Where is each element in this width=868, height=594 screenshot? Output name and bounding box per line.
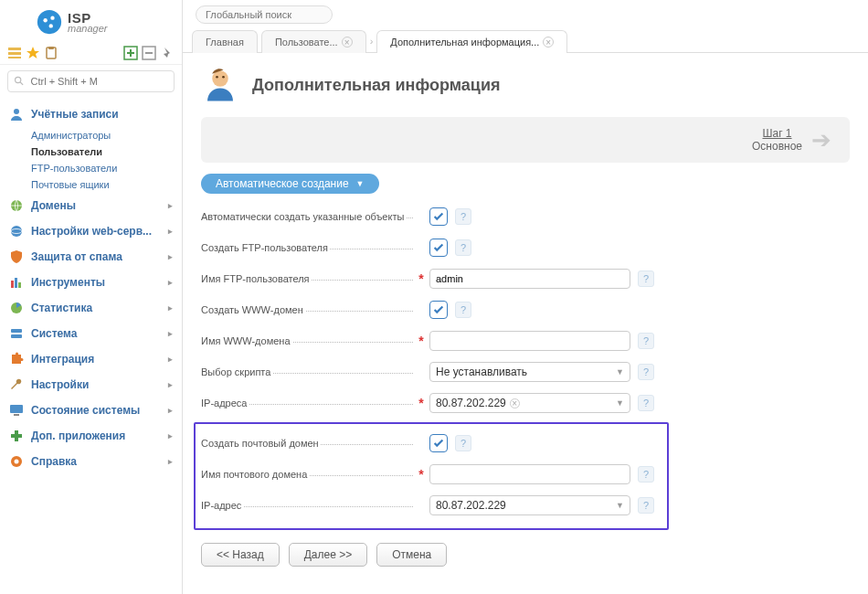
nav-label: Система: [31, 327, 78, 340]
row-auto-create: Автоматически создать указанные объекты …: [201, 205, 850, 228]
list-icon[interactable]: [7, 46, 22, 60]
help-icon[interactable]: ?: [638, 395, 654, 411]
input-ftp-name[interactable]: [429, 269, 630, 289]
pin-icon[interactable]: [160, 46, 175, 60]
help-icon[interactable]: ?: [455, 208, 471, 225]
next-button[interactable]: Далее >>: [289, 543, 368, 567]
help-icon[interactable]: ?: [638, 497, 654, 514]
svg-point-15: [11, 226, 22, 237]
nav-sub-mail[interactable]: Почтовые ящики: [0, 176, 182, 193]
nav-sub-users[interactable]: Пользователи: [0, 143, 182, 160]
nav-label: Учётные записи: [31, 108, 119, 121]
close-icon[interactable]: ×: [543, 37, 554, 48]
global-search-input[interactable]: [196, 5, 333, 24]
checkbox-create-ftp[interactable]: [429, 239, 448, 257]
section-title: Автоматическое создание: [216, 177, 349, 190]
nav-sub-ftp[interactable]: FTP-пользователи: [0, 160, 182, 176]
nav-sub-admins[interactable]: Администраторы: [0, 127, 182, 143]
pie-icon: [9, 301, 24, 315]
arrow-right-icon[interactable]: ➔: [811, 126, 831, 154]
svg-marker-7: [26, 47, 39, 58]
svg-point-3: [49, 24, 53, 27]
nav-tools[interactable]: Инструменты▸: [0, 270, 182, 295]
minus-icon[interactable]: [142, 46, 156, 60]
svg-rect-9: [48, 47, 54, 49]
clipboard-icon[interactable]: [44, 46, 58, 60]
select-script[interactable]: Не устанавливать ▼: [429, 362, 630, 382]
logo-icon: [37, 9, 62, 35]
sidebar-toolbar: [0, 42, 182, 65]
select-ip[interactable]: 80.87.202.229× ▼: [429, 393, 630, 413]
cancel-button[interactable]: Отмена: [376, 543, 447, 567]
nav-label: Справка: [31, 455, 77, 468]
tab-label: Дополнительная информация...: [390, 37, 539, 48]
content: Дополнительная информация Шаг 1 Основное…: [183, 53, 868, 579]
checkbox-create-mail[interactable]: [429, 434, 448, 452]
input-www-name[interactable]: [429, 331, 630, 351]
user-avatar-icon: [201, 66, 239, 104]
nav-label: Интеграция: [31, 353, 94, 366]
nav-accounts[interactable]: Учётные записи: [0, 101, 182, 127]
nav-help[interactable]: Справка▸: [0, 449, 182, 474]
plus-icon[interactable]: [123, 46, 138, 60]
tab-label: Пользовате...: [275, 37, 338, 48]
nav-label: Доп. приложения: [31, 430, 125, 442]
select-value: 80.87.202.229: [436, 499, 506, 512]
nav-integration[interactable]: Интеграция▸: [0, 346, 182, 372]
sidebar-search-input[interactable]: [30, 76, 168, 87]
page-title: Дополнительная информация: [252, 76, 500, 95]
row-create-www: Создать WWW-домен ?: [201, 298, 850, 322]
nav-domains[interactable]: Домены▸: [0, 193, 182, 218]
help-icon[interactable]: ?: [638, 364, 654, 380]
nav-label: Домены: [31, 199, 76, 212]
nav-system[interactable]: Система▸: [0, 321, 182, 346]
nav: Учётные записи Администраторы Пользовате…: [0, 98, 182, 478]
page-header: Дополнительная информация: [201, 66, 850, 104]
help-icon[interactable]: ?: [638, 270, 654, 287]
nav-status[interactable]: Состояние системы▸: [0, 398, 182, 423]
checkbox-create-www[interactable]: [429, 301, 448, 319]
search-icon: [14, 75, 25, 88]
sidebar-search[interactable]: [7, 70, 175, 92]
section-header[interactable]: Автоматическое создание ▼: [201, 174, 379, 194]
help-icon[interactable]: ?: [638, 466, 654, 483]
svg-point-28: [216, 76, 218, 79]
nav-spam[interactable]: Защита от спама▸: [0, 244, 182, 270]
back-button[interactable]: << Назад: [201, 543, 280, 567]
select-value: Не устанавливать: [436, 366, 527, 378]
tab-home[interactable]: Главная: [192, 30, 258, 53]
tab-users[interactable]: Пользовате...×: [261, 30, 366, 53]
svg-point-29: [222, 76, 225, 79]
nav-apps[interactable]: Доп. приложения▸: [0, 423, 182, 449]
button-row: << Назад Далее >> Отмена: [201, 543, 850, 567]
nav-label: Статистика: [31, 302, 92, 314]
select-mail-ip[interactable]: 80.87.202.229 ▼: [429, 495, 630, 515]
nav-label: Защита от спама: [31, 250, 122, 263]
svg-point-0: [37, 10, 61, 34]
svg-rect-22: [11, 334, 22, 338]
svg-rect-6: [8, 57, 21, 58]
nav-stats[interactable]: Статистика▸: [0, 295, 182, 321]
nav-settings[interactable]: Настройки▸: [0, 372, 182, 398]
row-create-ftp: Создать FTP-пользователя ?: [201, 236, 850, 260]
star-icon[interactable]: [26, 46, 40, 60]
nav-webserver[interactable]: Настройки web-серв...▸: [0, 218, 182, 244]
tabs: Главная Пользовате...× › Дополнительная …: [183, 29, 868, 53]
help-icon[interactable]: ?: [638, 333, 654, 349]
close-icon[interactable]: ×: [342, 37, 353, 48]
help-icon[interactable]: ?: [455, 239, 471, 256]
row-www-name: Имя WWW-домена * ?: [201, 329, 850, 353]
help-icon[interactable]: ?: [455, 302, 471, 318]
input-mail-name[interactable]: [429, 464, 630, 484]
label-mail-name: Имя почтового домена: [201, 469, 309, 480]
remove-ip-icon[interactable]: ×: [510, 398, 520, 408]
step-title[interactable]: Шаг 1: [752, 127, 802, 140]
svg-point-12: [16, 77, 21, 82]
checkbox-auto-create[interactable]: [429, 207, 448, 226]
globe-icon: [9, 198, 24, 213]
row-ip: IP-адреса * 80.87.202.229× ▼ ?: [201, 391, 850, 415]
tools-icon: [9, 275, 24, 290]
help-icon[interactable]: ?: [455, 435, 471, 451]
tab-addinfo[interactable]: Дополнительная информация...×: [376, 30, 567, 53]
globe2-icon: [9, 224, 24, 239]
